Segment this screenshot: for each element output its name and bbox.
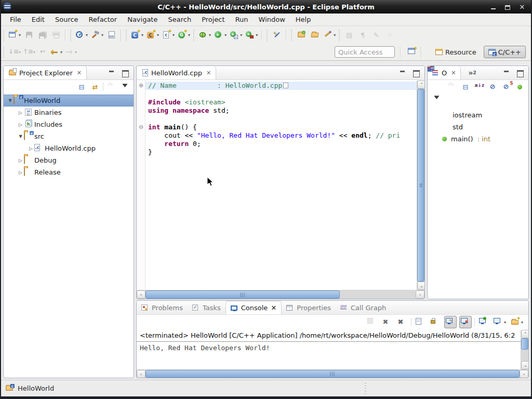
status-splitter-grip[interactable]: [365, 383, 366, 394]
tree-item-helloworld[interactable]: ▼CHelloWorld: [4, 95, 134, 107]
new-cpp-class-button[interactable]: C✦▾: [145, 29, 160, 42]
outline-item-std[interactable]: std: [428, 121, 528, 133]
tree-item-debug[interactable]: ▷Debug: [4, 154, 134, 166]
debug-button[interactable]: ▾: [197, 29, 212, 42]
new-remote-connection-dropdown-icon[interactable]: ▾: [188, 33, 190, 37]
tree-item-release[interactable]: ▷Release: [4, 166, 134, 178]
display-console-button[interactable]: ▾: [493, 316, 507, 328]
menu-edit[interactable]: Edit: [27, 15, 49, 24]
scroll-left-icon[interactable]: ‹: [137, 370, 145, 378]
console-vertical-scrollbar[interactable]: ⌃ ⌄: [521, 330, 528, 369]
run-config-button[interactable]: ▸▾: [229, 29, 243, 42]
scroll-down-icon[interactable]: ⌄: [417, 282, 425, 290]
minimize-button[interactable]: [489, 3, 497, 10]
debug-dropdown-icon[interactable]: ▾: [209, 33, 211, 37]
scroll-right-icon[interactable]: ›: [416, 290, 424, 299]
open-perspective-button[interactable]: ✦: [406, 46, 418, 58]
show-on-stderr-button[interactable]: ✖: [459, 316, 472, 328]
outline-item-main-[interactable]: main() : int: [428, 133, 528, 145]
scroll-down-icon[interactable]: ⌄: [521, 361, 529, 369]
hide-nonpublic-button[interactable]: [514, 82, 525, 92]
link-with-editor-button[interactable]: ⇄: [89, 82, 101, 92]
menu-file[interactable]: File: [5, 15, 26, 24]
display-console-dropdown-icon[interactable]: ▾: [504, 320, 506, 325]
folded-region-box[interactable]: [283, 83, 288, 88]
minimize-view-button[interactable]: [108, 70, 116, 76]
scroll-up-icon[interactable]: ⌃: [521, 330, 529, 338]
forward-dropdown-icon[interactable]: ▾: [75, 50, 77, 55]
console-tab-problems[interactable]: Problems: [137, 301, 188, 314]
tree-item-binaries[interactable]: ▷1001Binaries: [4, 107, 134, 118]
mark-occurrences-button[interactable]: ✎: [271, 29, 283, 42]
close-button[interactable]: ✕: [518, 3, 526, 10]
search-brush-dropdown-icon[interactable]: ▾: [334, 33, 336, 37]
editor-vertical-scrollbar[interactable]: ⌃ == ⌄: [417, 81, 424, 290]
new-wizard-dropdown-icon[interactable]: ▾: [19, 33, 21, 37]
expand-arrow-icon[interactable]: ▷: [28, 146, 34, 151]
tree-item-helloworld-cpp[interactable]: ▷.cHelloWorld.cpp: [4, 142, 134, 154]
new-c-file-button[interactable]: c✦▾: [161, 29, 176, 42]
tree-item-src[interactable]: ▼csrc: [4, 130, 134, 142]
menu-caret-button[interactable]: ▼: [119, 82, 130, 92]
fold-collapse-icon[interactable]: ⊖: [138, 123, 144, 131]
maximize-button[interactable]: [504, 3, 511, 10]
build-dropdown-icon[interactable]: ▾: [101, 33, 103, 37]
scroll-left-icon[interactable]: ‹: [137, 290, 145, 299]
new-c-project-dropdown-icon[interactable]: ▾: [141, 33, 143, 37]
run-config-dropdown-icon[interactable]: ▾: [240, 33, 242, 37]
new-wizard-button[interactable]: ✦▾: [7, 29, 22, 42]
new-remote-connection-button[interactable]: G✦▾: [177, 29, 191, 42]
profile-button[interactable]: ▾: [74, 29, 89, 42]
previous-annotation-dropdown-icon[interactable]: ▾: [33, 50, 35, 55]
fold-gutter[interactable]: ⊕⊖: [137, 81, 145, 290]
profile-dropdown-icon[interactable]: ▾: [86, 33, 88, 37]
hide-static-button[interactable]: ⊘S: [500, 82, 512, 92]
scroll-lock-button[interactable]: [429, 316, 442, 328]
search-brush-button[interactable]: ▾: [322, 29, 337, 42]
next-annotation-dropdown-icon[interactable]: ▾: [19, 50, 21, 55]
console-tab-call-graph[interactable]: 10100101Call Graph: [336, 301, 391, 314]
run-dropdown-icon[interactable]: ▾: [224, 33, 227, 37]
binary-file-button[interactable]: 010: [105, 29, 118, 42]
run-button[interactable]: ▸▾: [213, 29, 228, 42]
minimize-editor-button[interactable]: [398, 70, 407, 76]
console-tab-tasks[interactable]: Tasks: [188, 301, 225, 314]
coverage-dropdown-icon[interactable]: ▾: [256, 33, 258, 37]
collapse-all-button[interactable]: ⊟: [76, 82, 87, 92]
expand-arrow-icon[interactable]: ▷: [17, 158, 24, 163]
project-explorer-tab[interactable]: Project Explorer ✕: [4, 66, 87, 79]
sort-az-button[interactable]: a↓z: [473, 82, 485, 92]
perspective-resource[interactable]: Resource: [431, 46, 481, 58]
expand-arrow-icon[interactable]: ▷: [17, 122, 24, 127]
new-cpp-class-dropdown-icon[interactable]: ▾: [157, 33, 159, 37]
maximize-editor-button[interactable]: [412, 70, 420, 76]
open-console-button[interactable]: ✦▾: [510, 316, 524, 328]
coverage-button[interactable]: ▸▾: [244, 29, 259, 42]
hidden-views-chevron[interactable]: »2: [461, 66, 476, 79]
menu-help[interactable]: Help: [291, 15, 316, 24]
scroll-up-icon[interactable]: ⌃: [417, 81, 425, 89]
remove-launch-button[interactable]: ✖: [381, 316, 393, 328]
menu-run[interactable]: Run: [231, 15, 253, 24]
build-button[interactable]: ▾: [90, 29, 104, 42]
remove-all-terminated-button[interactable]: ✖✖: [396, 316, 408, 328]
menu-navigate[interactable]: Navigate: [123, 15, 162, 24]
back-dropdown-icon[interactable]: ▾: [60, 50, 62, 55]
editor-horizontal-scrollbar[interactable]: ‹ ||| ›: [137, 290, 424, 299]
open-console-dropdown-icon[interactable]: ▾: [521, 320, 523, 325]
close-console-tab-icon[interactable]: ✕: [271, 304, 276, 312]
outline-item-iostream[interactable]: iostream: [428, 109, 528, 121]
fold-expand-icon[interactable]: ⊕: [138, 82, 144, 90]
new-c-project-button[interactable]: C✦▾: [130, 29, 144, 42]
editor-tab[interactable]: .c HelloWorld.cpp ✕: [137, 66, 216, 79]
expand-arrow-icon[interactable]: ▷: [17, 110, 24, 115]
console-horizontal-scrollbar[interactable]: ‹ ||| ›: [137, 369, 528, 378]
expand-arrow-icon[interactable]: ▷: [17, 170, 24, 175]
maximize-outline-button[interactable]: [516, 70, 524, 76]
back-button[interactable]: ←▾: [49, 46, 63, 58]
show-on-stdout-button[interactable]: ✎: [444, 316, 457, 328]
new-c-file-dropdown-icon[interactable]: ▾: [172, 33, 175, 37]
console-tab-console[interactable]: Console✕: [225, 301, 282, 314]
menu-project[interactable]: Project: [197, 15, 229, 24]
open-resource-button[interactable]: [309, 29, 321, 42]
